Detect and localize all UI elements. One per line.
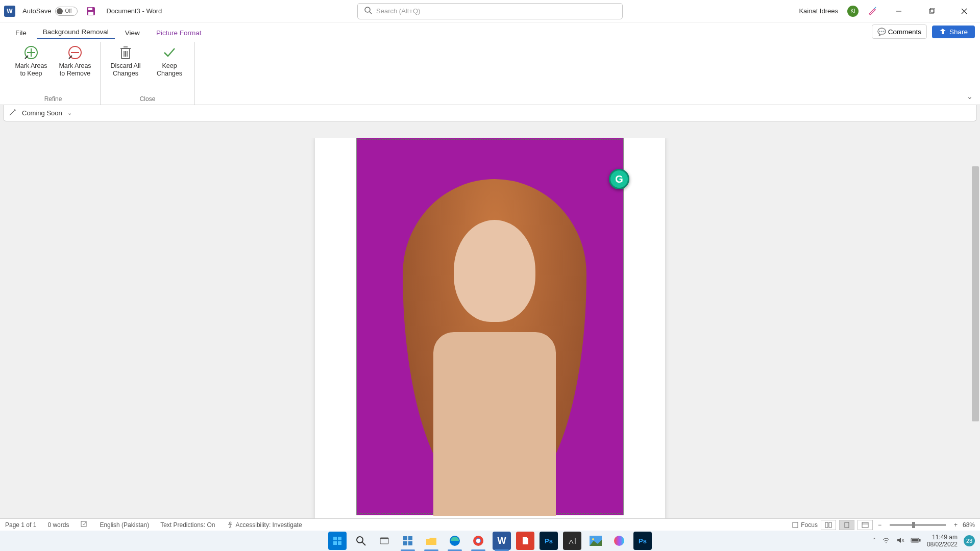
share-button[interactable]: Share <box>932 26 975 38</box>
user-avatar[interactable]: KI <box>847 6 859 17</box>
comments-label: Comments <box>888 28 921 36</box>
taskbar-photos[interactable] <box>586 532 605 550</box>
spellcheck-icon[interactable] <box>80 520 88 529</box>
status-predictions[interactable]: Text Predictions: On <box>160 521 215 529</box>
svg-rect-7 <box>930 8 935 12</box>
print-layout-button[interactable] <box>839 520 854 530</box>
svg-rect-29 <box>333 537 337 540</box>
selected-image[interactable]: G <box>356 138 624 515</box>
group-close-label: Close <box>140 95 156 105</box>
taskbar-items: W Ps Ps <box>328 532 652 550</box>
notification-badge[interactable]: 23 <box>964 535 975 546</box>
search-icon <box>364 6 372 16</box>
tab-right-actions: 💬 Comments Share <box>872 24 975 39</box>
taskbar-cc[interactable] <box>610 532 628 550</box>
taskbar-edge[interactable] <box>446 532 464 550</box>
search-box[interactable]: Search (Alt+Q) <box>357 3 623 19</box>
taskbar-app1[interactable] <box>563 532 581 550</box>
zoom-out-button[interactable]: − <box>876 521 884 529</box>
status-accessibility[interactable]: Accessibility: Investigate <box>236 521 302 529</box>
mark-keep-l1: Mark Areas <box>15 62 47 70</box>
taskbar-photoshop2[interactable]: Ps <box>633 532 652 550</box>
task-view[interactable] <box>375 532 394 550</box>
taskbar-search[interactable] <box>352 532 370 550</box>
svg-rect-36 <box>380 538 388 539</box>
web-layout-button[interactable] <box>857 520 873 530</box>
save-button[interactable] <box>85 5 97 17</box>
status-language[interactable]: English (Pakistan) <box>100 521 149 529</box>
minimize-button[interactable] <box>887 3 911 19</box>
status-page[interactable]: Page 1 of 1 <box>5 521 36 529</box>
clock[interactable]: 11:49 am 08/02/2022 <box>927 534 958 548</box>
svg-rect-38 <box>408 536 412 540</box>
quick-bar-dropdown[interactable]: ⌄ <box>67 110 72 116</box>
read-mode-button[interactable] <box>821 520 836 530</box>
status-right: Focus − + 68% <box>792 520 975 530</box>
svg-rect-26 <box>845 522 849 528</box>
document-area: G <box>0 138 980 531</box>
time: 11:49 am <box>927 534 958 541</box>
svg-point-44 <box>476 539 480 543</box>
comments-button[interactable]: 💬 Comments <box>872 24 927 39</box>
taskbar: W Ps Ps ˄ 11:49 am 08/02/2022 23 <box>0 531 980 551</box>
system-tray: ˄ 11:49 am 08/02/2022 23 <box>873 534 975 548</box>
svg-rect-39 <box>403 541 407 545</box>
taskbar-word[interactable]: W <box>493 532 511 550</box>
title-bar: W AutoSave Off Document3 - Word Search (… <box>0 0 980 22</box>
maximize-button[interactable] <box>920 3 943 19</box>
zoom-slider[interactable] <box>890 524 946 526</box>
wifi-icon[interactable] <box>882 537 890 545</box>
svg-rect-25 <box>829 522 831 528</box>
keep-changes-button[interactable]: Keep Changes <box>149 42 190 79</box>
zoom-value[interactable]: 68% <box>963 521 975 529</box>
status-bar: Page 1 of 1 0 words English (Pakistan) T… <box>0 518 980 531</box>
svg-line-4 <box>370 12 372 14</box>
share-label: Share <box>949 28 968 36</box>
collapse-ribbon-button[interactable]: ⌄ <box>967 92 973 101</box>
mark-areas-remove-button[interactable]: Mark Areas to Remove <box>54 42 96 79</box>
zoom-in-button[interactable]: + <box>952 521 960 529</box>
tab-file[interactable]: File <box>9 26 33 39</box>
svg-rect-6 <box>929 9 934 13</box>
svg-rect-1 <box>88 8 92 10</box>
svg-rect-32 <box>338 541 341 545</box>
tray-expand[interactable]: ˄ <box>873 537 876 544</box>
scroll-thumb[interactable] <box>972 166 979 421</box>
tab-picture-format[interactable]: Picture Format <box>150 26 208 39</box>
zoom-thumb[interactable] <box>912 522 915 528</box>
autosave-toggle[interactable]: Off <box>55 7 78 16</box>
battery-icon[interactable] <box>911 537 921 545</box>
svg-rect-2 <box>88 12 93 15</box>
close-button[interactable] <box>952 3 976 19</box>
keep-l1: Keep <box>162 62 177 70</box>
mark-areas-keep-button[interactable]: Mark Areas to Keep <box>10 42 52 79</box>
svg-point-3 <box>365 7 370 12</box>
taskbar-explorer[interactable] <box>422 532 440 550</box>
pen-icon[interactable] <box>868 5 878 17</box>
svg-rect-21 <box>81 521 86 527</box>
taskbar-photoshop[interactable]: Ps <box>540 532 558 550</box>
quick-access-bar: Coming Soon ⌄ <box>3 105 977 121</box>
image-body <box>433 332 556 516</box>
volume-icon[interactable] <box>896 537 904 545</box>
svg-rect-51 <box>919 539 920 541</box>
tab-background-removal[interactable]: Background Removal <box>37 25 115 39</box>
status-words[interactable]: 0 words <box>47 521 69 529</box>
tab-view[interactable]: View <box>119 26 146 39</box>
discard-changes-button[interactable]: Discard All Changes <box>105 42 146 79</box>
image-face <box>454 220 535 322</box>
taskbar-widgets[interactable] <box>399 532 417 550</box>
svg-rect-30 <box>338 537 341 540</box>
focus-icon[interactable]: Focus <box>792 521 818 529</box>
save-icon <box>86 6 96 16</box>
svg-point-22 <box>229 522 231 524</box>
svg-rect-27 <box>862 522 868 528</box>
grammarly-badge[interactable]: G <box>609 169 629 189</box>
mark-remove-icon <box>67 43 83 62</box>
start-button[interactable] <box>328 532 347 550</box>
wand-icon <box>9 108 17 118</box>
taskbar-acrobat[interactable] <box>516 532 534 550</box>
mark-keep-icon <box>23 43 39 62</box>
vertical-scrollbar[interactable] <box>971 166 980 531</box>
taskbar-chrome[interactable] <box>469 532 487 550</box>
